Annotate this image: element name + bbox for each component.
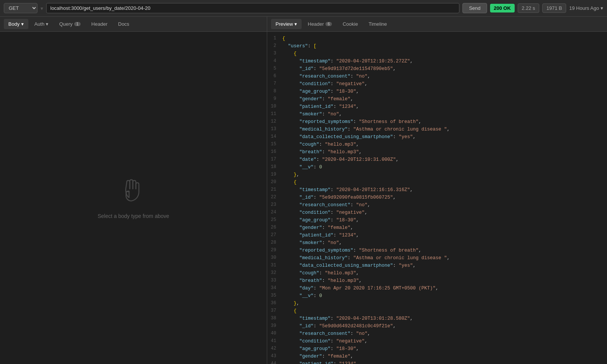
json-line: 18 "__v": 0: [267, 163, 607, 171]
line-number: 25: [267, 216, 282, 224]
line-content: "data_collected_using_smartphone": "yes"…: [282, 133, 607, 141]
line-number: 15: [267, 141, 282, 148]
time-ago-label: 19 Hours Ago: [569, 5, 599, 11]
line-content: "condition": "negative",: [282, 338, 607, 345]
line-content: "cough": "hello.mp3",: [282, 269, 607, 277]
line-number: 32: [267, 269, 282, 277]
tab-response-header[interactable]: Header 6: [303, 19, 336, 29]
line-content: "medical_history": "Asthma or chronic lu…: [282, 254, 607, 262]
tab-query-label: Query: [59, 21, 72, 27]
line-number: 10: [267, 103, 282, 110]
json-line: 22 "_id": "5e9d92090fea0815fb060725",: [267, 194, 607, 201]
line-number: 40: [267, 330, 282, 337]
line-content: "_id": "5e9d92090fea0815fb060725",: [282, 194, 607, 201]
line-content: "patient_id": "1234",: [282, 360, 607, 364]
tab-timeline[interactable]: Timeline: [364, 19, 392, 29]
json-line: 24 "condition": "negative",: [267, 209, 607, 216]
tab-cookie-label: Cookie: [342, 21, 358, 27]
line-content: "day": "Mon Apr 20 2020 17:16:25 GMT+050…: [282, 285, 607, 292]
tab-docs[interactable]: Docs: [114, 19, 134, 29]
json-line: 27 "patient_id": "1234",: [267, 232, 607, 239]
line-content: "reported_symptoms": "Shortness of breat…: [282, 118, 607, 126]
method-select[interactable]: GET POST PUT DELETE: [4, 3, 37, 13]
line-content: "breath": "hello.mp3",: [282, 148, 607, 156]
line-content: "data_collected_using_smartphone": "yes"…: [282, 262, 607, 269]
tab-query[interactable]: Query 1: [54, 19, 85, 29]
tab-docs-label: Docs: [118, 21, 129, 27]
line-content: "research_consent": "no",: [282, 201, 607, 209]
tab-body[interactable]: Body ▾: [4, 19, 28, 29]
line-content: "__v": 0: [282, 292, 607, 300]
json-line: 14 "data_collected_using_smartphone": "y…: [267, 133, 607, 141]
json-line: 12 "reported_symptoms": "Shortness of br…: [267, 118, 607, 126]
json-line: 20 {: [267, 179, 607, 186]
tab-preview[interactable]: Preview ▾: [271, 19, 302, 29]
line-content: {: [282, 307, 607, 315]
json-line: 44 "patient_id": "1234",: [267, 360, 607, 364]
json-line: 38 "timestamp": "2020-04-20T13:01:28.580…: [267, 315, 607, 322]
line-content: "users": [: [282, 42, 607, 50]
line-number: 35: [267, 292, 282, 299]
json-line: 32 "cough": "hello.mp3",: [267, 269, 607, 277]
json-line: 31 "data_collected_using_smartphone": "y…: [267, 262, 607, 269]
json-line: 33 "breath": "hello.mp3",: [267, 277, 607, 285]
line-content: "condition": "negative",: [282, 209, 607, 216]
line-number: 3: [267, 50, 282, 57]
json-line: 28 "smoker": "no",: [267, 239, 607, 247]
method-dropdown-icon: ▾: [40, 5, 43, 11]
line-number: 24: [267, 209, 282, 216]
line-number: 33: [267, 277, 282, 284]
line-number: 41: [267, 338, 282, 345]
line-number: 14: [267, 133, 282, 140]
line-number: 16: [267, 148, 282, 156]
line-number: 31: [267, 262, 282, 269]
tab-header[interactable]: Header: [87, 19, 112, 29]
url-input[interactable]: [46, 3, 459, 13]
json-line: 8 "age_group": "18-30",: [267, 88, 607, 95]
line-number: 36: [267, 300, 282, 307]
line-number: 13: [267, 126, 282, 133]
json-line: 41 "condition": "negative",: [267, 338, 607, 345]
line-number: 1: [267, 35, 282, 42]
line-content: "age_group": "18-30",: [282, 216, 607, 224]
line-number: 7: [267, 80, 282, 87]
line-number: 29: [267, 247, 282, 254]
send-button[interactable]: Send: [462, 3, 487, 13]
json-line: 30 "medical_history": "Asthma or chronic…: [267, 254, 607, 262]
json-line: 36 },: [267, 300, 607, 307]
line-content: "timestamp": "2020-04-20T12:10:25.272Z",: [282, 58, 607, 65]
json-line: 5 "_id": "5e9d9137d72de11547890eb5",: [267, 65, 607, 73]
line-content: {: [282, 179, 607, 186]
left-body-content: Select a body type from above: [0, 32, 267, 364]
tab-auth[interactable]: Auth ▾: [30, 19, 53, 29]
json-line: 1{: [267, 35, 607, 42]
tab-response-header-label: Header: [308, 21, 324, 27]
line-content: "date": "2020-04-20T12:10:31.000Z",: [282, 156, 607, 163]
line-number: 17: [267, 156, 282, 163]
json-line: 16 "breath": "hello.mp3",: [267, 148, 607, 156]
json-line: 7 "condition": "negative",: [267, 80, 607, 88]
main-layout: Body ▾ Auth ▾ Query 1 Header Docs: [0, 17, 607, 364]
json-line: 11 "smoker": "no",: [267, 110, 607, 118]
line-number: 43: [267, 353, 282, 360]
line-content: {: [282, 50, 607, 58]
json-line: 6 "research_consent": "no",: [267, 73, 607, 80]
tab-timeline-label: Timeline: [369, 21, 387, 27]
line-content: "breath": "hello.mp3",: [282, 277, 607, 285]
tab-auth-dropdown-icon: ▾: [46, 21, 48, 27]
line-number: 30: [267, 254, 282, 261]
json-line: 29 "reported_symptoms": "Shortness of br…: [267, 247, 607, 254]
json-line: 39 "_id": "5e9d0d6492d2481c0c49f21e",: [267, 322, 607, 330]
json-line: 9 "gender": "female",: [267, 95, 607, 103]
line-number: 34: [267, 285, 282, 292]
tab-preview-dropdown-icon: ▾: [294, 21, 297, 27]
tab-cookie[interactable]: Cookie: [338, 19, 362, 29]
line-number: 39: [267, 322, 282, 330]
response-time: 2.22 s: [518, 3, 539, 13]
line-content: "reported_symptoms": "Shortness of breat…: [282, 247, 607, 254]
json-line: 4 "timestamp": "2020-04-20T12:10:25.272Z…: [267, 58, 607, 65]
json-line: 10 "patient_id": "1234",: [267, 103, 607, 110]
line-number: 5: [267, 65, 282, 72]
time-ago[interactable]: 19 Hours Ago ▾: [569, 5, 603, 11]
json-line: 17 "date": "2020-04-20T12:10:31.000Z",: [267, 156, 607, 163]
